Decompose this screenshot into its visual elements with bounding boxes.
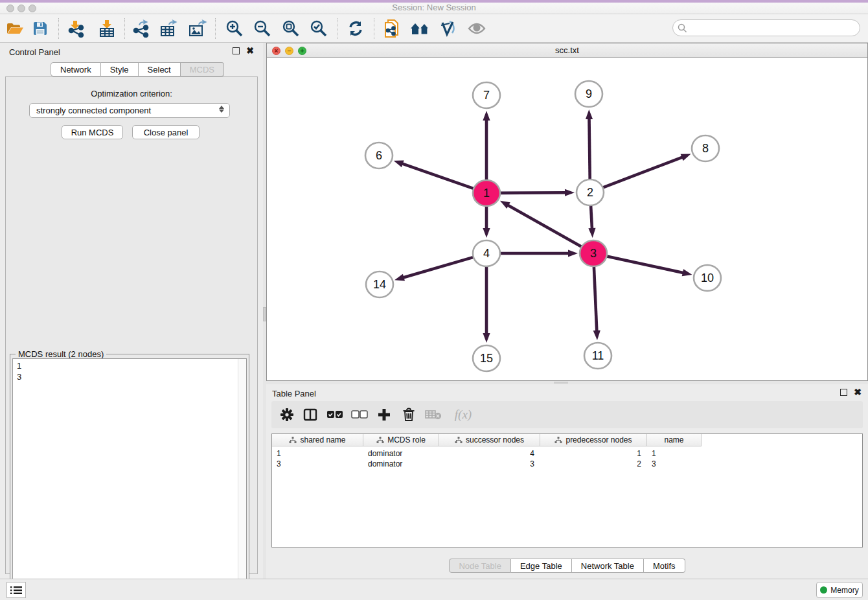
network-window-titlebar[interactable]: × – + scc.txt <box>267 43 867 58</box>
tab-mcds[interactable]: MCDS <box>181 62 224 76</box>
toolbar-separator <box>374 18 374 39</box>
create-column-button[interactable] <box>374 404 394 425</box>
toolbar-separator <box>215 18 216 39</box>
select-all-columns-button[interactable] <box>325 404 345 425</box>
mcds-result-text[interactable]: 1 3 <box>12 358 247 600</box>
vizmapper-button[interactable] <box>437 18 459 39</box>
attribute-icon <box>455 437 463 444</box>
tab-network[interactable]: Network <box>51 62 101 76</box>
cell-name: 3 <box>647 458 702 469</box>
zoom-in-button[interactable] <box>223 18 246 39</box>
show-column-panel-button[interactable] <box>300 404 321 425</box>
task-history-button[interactable] <box>6 582 26 598</box>
graph-edge-2-8[interactable] <box>602 157 684 188</box>
graph-edge-3-1[interactable] <box>507 205 582 248</box>
window-title: Session: New Session <box>0 3 868 12</box>
export-image-button[interactable] <box>187 18 209 39</box>
export-table-button[interactable] <box>158 18 180 39</box>
table-row[interactable]: 3 dominator 3 2 3 <box>272 458 702 469</box>
zoom-selected-button[interactable] <box>308 18 330 39</box>
optimization-criterion-label: Optimization criterion: <box>6 89 257 98</box>
zoom-in-icon <box>225 19 244 38</box>
delete-column-button[interactable] <box>398 404 419 425</box>
float-panel-icon[interactable] <box>840 389 847 396</box>
list-icon <box>10 586 22 595</box>
graph-edge-2-9[interactable] <box>589 117 589 179</box>
zoom-out-button[interactable] <box>251 18 273 39</box>
memory-status-icon <box>820 586 827 594</box>
export-image-icon <box>188 19 207 38</box>
hide-panels-button[interactable] <box>466 18 488 39</box>
tab-select[interactable]: Select <box>139 62 181 76</box>
status-bar: Memory <box>0 579 868 600</box>
import-network-button[interactable] <box>65 18 87 39</box>
graph-edge-3-10[interactable] <box>606 256 685 273</box>
memory-label: Memory <box>830 586 858 595</box>
trash-icon <box>402 408 415 422</box>
attribute-icon <box>289 437 297 444</box>
cell-name: 1 <box>647 448 702 459</box>
unselect-all-columns-button[interactable] <box>349 404 370 425</box>
import-table-button[interactable] <box>96 18 118 39</box>
graph-edge-1-6[interactable] <box>401 163 474 189</box>
graph-edge-2-3[interactable] <box>591 205 592 230</box>
save-session-button[interactable] <box>29 18 51 39</box>
graph-edge-arrowhead <box>682 269 692 276</box>
cell-shared-name: 1 <box>272 448 363 459</box>
table-settings-button[interactable] <box>277 404 297 425</box>
export-network-button[interactable] <box>130 18 152 39</box>
column-header-shared-name[interactable]: shared name <box>272 434 363 446</box>
tab-motifs[interactable]: Motifs <box>644 559 685 573</box>
node-table: shared name MCDS role successor nodes pr… <box>271 433 863 548</box>
zoom-fit-button[interactable] <box>280 18 302 39</box>
graph-edge-3-11[interactable] <box>594 266 597 332</box>
result-line: 3 <box>17 371 242 382</box>
toolbar-separator <box>124 18 125 39</box>
network-graph-canvas[interactable]: 7968124314101511 <box>267 58 867 380</box>
network-from-file-button[interactable] <box>381 18 403 39</box>
splitter-grip[interactable] <box>554 382 568 384</box>
zoom-selected-icon <box>310 19 328 38</box>
tab-style[interactable]: Style <box>101 62 139 76</box>
home-icon <box>409 21 430 36</box>
graph-edge-arrowhead <box>588 228 595 238</box>
graph-edge-arrowhead <box>586 110 593 119</box>
unchecked-boxes-icon <box>351 410 368 419</box>
table-toolbar: f(x) <box>271 401 863 428</box>
refresh-button[interactable] <box>345 18 367 39</box>
memory-button[interactable]: Memory <box>816 582 863 598</box>
cell-successor-nodes: 4 <box>439 448 540 459</box>
delete-table-button[interactable] <box>423 404 444 425</box>
column-header-predecessor-nodes[interactable]: predecessor nodes <box>540 434 647 446</box>
run-mcds-button[interactable]: Run MCDS <box>62 125 123 139</box>
control-panel-title: Control Panel <box>9 47 60 57</box>
column-header-name[interactable]: name <box>647 434 702 446</box>
criterion-dropdown[interactable]: strongly connected component <box>29 103 230 118</box>
home-button[interactable] <box>409 18 431 39</box>
search-input[interactable] <box>672 19 860 36</box>
graph-edge-arrowhead <box>593 330 600 340</box>
tab-network-table[interactable]: Network Table <box>572 559 644 573</box>
graph-edge-4-14[interactable] <box>402 257 474 278</box>
column-label: name <box>664 435 683 444</box>
graph-edge-1-2[interactable] <box>499 192 567 193</box>
graph-edge-arrowhead <box>681 154 691 161</box>
result-scrollbar[interactable] <box>238 359 246 600</box>
graph-node-label: 6 <box>376 149 382 162</box>
import-table-icon <box>98 19 116 38</box>
close-panel-icon[interactable]: ✖ <box>854 389 862 396</box>
tab-node-table[interactable]: Node Table <box>449 559 511 573</box>
cell-shared-name: 3 <box>272 458 363 469</box>
function-builder-button[interactable]: f(x) <box>449 404 477 425</box>
graph-edge-arrowhead <box>500 201 510 209</box>
column-header-mcds-role[interactable]: MCDS role <box>363 434 439 446</box>
float-panel-icon[interactable] <box>233 47 240 54</box>
column-header-successor-nodes[interactable]: successor nodes <box>439 434 540 446</box>
open-session-button[interactable] <box>4 18 26 39</box>
table-row[interactable]: 1 dominator 4 1 1 <box>272 448 702 459</box>
cell-mcds-role: dominator <box>363 458 439 469</box>
save-floppy-icon <box>32 21 48 36</box>
close-panel-button[interactable]: Close panel <box>132 125 200 139</box>
tab-edge-table[interactable]: Edge Table <box>511 559 572 573</box>
close-panel-icon[interactable]: ✖ <box>246 47 254 54</box>
